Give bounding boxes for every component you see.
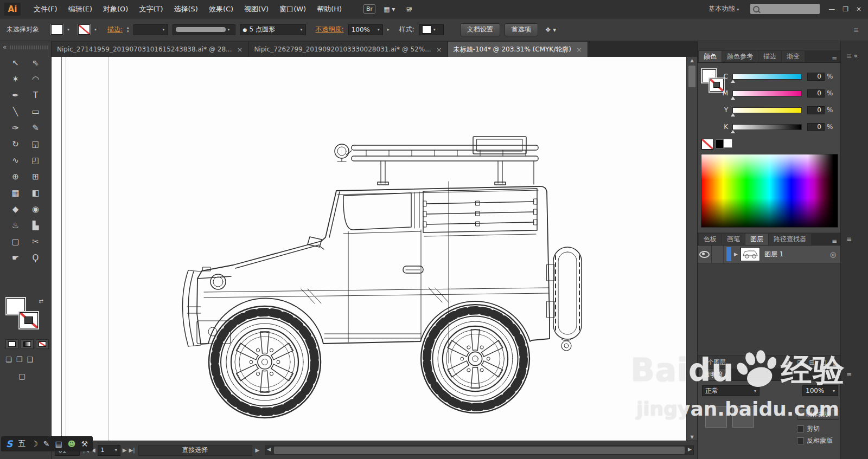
layer-name[interactable]: 图层 1 [764, 250, 783, 259]
line-segment-tool[interactable]: ╲ [7, 104, 24, 119]
panel-tab-gradient[interactable]: 渐变 [782, 51, 805, 62]
doc-tab-1[interactable]: Nipic_27141959_20190703101615243838.ai* … [52, 42, 248, 57]
canvas[interactable] [52, 57, 686, 441]
search-input[interactable] [750, 4, 820, 14]
direct-selection-tool[interactable]: ⇖ [27, 55, 44, 70]
panel-tab-transparency[interactable]: 透明度 [699, 369, 728, 380]
panel-menu-icon[interactable]: ≡ [832, 373, 840, 380]
blend-tool[interactable]: ◉ [27, 202, 44, 217]
horizontal-scrollbar[interactable]: ◀ ▶ [265, 445, 694, 455]
channel-slider[interactable] [732, 90, 802, 96]
blend-mode-select[interactable]: 正常 ▾ [702, 385, 760, 396]
doc-tab-3[interactable]: 未标题-104* @ 203.31% (CMYK/轮廓)× [448, 42, 588, 57]
panel-tab-pathfinder[interactable]: 路径查找器 [769, 234, 811, 245]
artboard-next-button[interactable]: ▶ [123, 447, 127, 453]
menu-view[interactable]: 视图(V) [244, 4, 269, 14]
menu-select[interactable]: 选择(S) [174, 4, 197, 14]
restore-button[interactable]: ❐ [843, 5, 848, 13]
artboard-select[interactable]: 1 ▾ [98, 445, 120, 456]
invert-mask-option[interactable]: 反相蒙版 [797, 436, 833, 445]
channel-value-input[interactable]: 0 [807, 123, 825, 131]
type-tool[interactable]: T [27, 88, 44, 103]
vertical-scrollbar[interactable]: ▲ ▼ [686, 57, 697, 441]
pencil-tool[interactable]: ✎ [27, 120, 44, 135]
zoom-tool[interactable]: Ϙ [27, 250, 44, 266]
opacity-input[interactable]: 100% ▾ [348, 24, 383, 35]
delete-layer-icon[interactable]: ▯ [832, 359, 836, 366]
close-button[interactable]: ✕ [856, 5, 861, 13]
menu-file[interactable]: 文件(F) [34, 4, 58, 14]
menu-effect[interactable]: 效果(C) [209, 4, 233, 14]
ime-toolbar[interactable]: S 五 ☽ ✎ ▤ ☻ ⚒ [1, 436, 93, 451]
rotate-tool[interactable]: ↻ [7, 137, 24, 152]
status-expand-icon[interactable]: ▶ [256, 447, 260, 453]
menu-window[interactable]: 窗口(W) [279, 4, 306, 14]
preferences-button[interactable]: 首选项 [505, 23, 538, 36]
panel-menu-icon[interactable]: ≡ [832, 237, 840, 245]
draw-normal-icon[interactable]: ❏ [5, 355, 12, 364]
fill-stroke-indicator[interactable]: ⇄ [7, 298, 44, 333]
slider-thumb-icon[interactable] [731, 96, 735, 100]
clip-option[interactable]: 剪切 [797, 424, 820, 434]
channel-slider[interactable] [732, 74, 802, 80]
hand-tool[interactable]: ☛ [7, 250, 24, 266]
layer-visibility-cell[interactable] [698, 245, 712, 263]
slice-tool[interactable]: ✂ [27, 234, 44, 249]
panel-menu-icon[interactable]: ≡ [846, 371, 852, 378]
panel-menu-icon[interactable]: ≡ « [846, 52, 858, 60]
ime-moon-icon[interactable]: ☽ [31, 439, 38, 448]
layer-target-icon[interactable]: ◎ [830, 250, 836, 258]
selection-tool[interactable]: ↖ [7, 55, 24, 70]
vertical-scroll-thumb[interactable] [688, 66, 695, 87]
slider-thumb-icon[interactable] [731, 113, 735, 117]
color-mode-button[interactable] [5, 339, 18, 349]
gradient-mode-button[interactable] [21, 339, 34, 349]
draw-behind-icon[interactable]: ❐ [16, 355, 23, 364]
stroke-dropdown-icon[interactable]: ▾ [94, 27, 97, 32]
menu-type[interactable]: 文字(T) [139, 4, 163, 14]
menu-help[interactable]: 帮助(H) [317, 4, 342, 14]
new-layer-icon[interactable]: ❏ [821, 359, 827, 366]
make-mask-button[interactable]: 制作蒙版 [797, 408, 839, 420]
cs-services-icon[interactable]: 🖳 [403, 4, 415, 14]
opacity-more-icon[interactable]: ▸ [387, 27, 390, 32]
width-tool[interactable]: ∿ [7, 153, 24, 168]
channel-slider[interactable] [732, 124, 802, 130]
style-select[interactable]: ▾ [419, 24, 444, 35]
slider-thumb-icon[interactable] [731, 80, 735, 83]
rectangle-tool[interactable]: ▭ [27, 104, 44, 119]
ime-user-icon[interactable]: ☻ [68, 439, 76, 448]
collapse-panel-icon[interactable]: « [3, 43, 7, 51]
pen-tool[interactable]: ✒ [7, 88, 24, 103]
invert-mask-checkbox[interactable] [797, 437, 804, 444]
ime-wrench-icon[interactable]: ⚒ [81, 439, 88, 448]
artboard-last-button[interactable]: ▶| [129, 447, 135, 453]
artboard-tool[interactable]: ▢ [7, 234, 24, 249]
channel-slider[interactable] [732, 107, 802, 113]
free-transform-tool[interactable]: ◰ [27, 153, 44, 168]
panel-grip[interactable] [10, 46, 48, 49]
perspective-grid-tool[interactable]: ⊞ [27, 169, 44, 184]
shape-builder-tool[interactable]: ⊕ [7, 169, 24, 184]
scale-tool[interactable]: ◱ [27, 137, 44, 152]
stroke-width-select[interactable]: ▾ [133, 24, 168, 35]
layer-lock-cell[interactable] [712, 245, 724, 263]
magic-wand-tool[interactable]: ✶ [7, 72, 24, 87]
panel-tab-color[interactable]: 颜色 [699, 51, 722, 62]
channel-value-input[interactable]: 0 [807, 106, 825, 114]
gradient-tool[interactable]: ◧ [27, 185, 44, 201]
workspace-switcher[interactable]: 基本功能 ▾ [706, 3, 742, 15]
channel-value-input[interactable]: 0 [807, 89, 825, 98]
artwork-offroad-vehicle-outline[interactable] [179, 134, 583, 424]
transparency-opacity-input[interactable]: 100% ▾ [802, 385, 838, 396]
ime-logo-icon[interactable]: S [6, 438, 12, 449]
fill-dropdown-icon[interactable]: ▾ [67, 27, 69, 32]
disclosure-triangle-icon[interactable]: ▶ [734, 251, 738, 257]
width-profile-select[interactable]: ▾ [173, 24, 235, 35]
scroll-left-icon[interactable]: ◀ [267, 447, 271, 452]
horizontal-scroll-thumb[interactable] [274, 447, 685, 454]
new-sublayer-icon[interactable]: ⊞ [809, 359, 815, 366]
scroll-down-icon[interactable]: ▼ [687, 435, 697, 439]
stroke-color-swatch[interactable] [20, 312, 38, 328]
scroll-up-icon[interactable]: ▲ [687, 58, 697, 63]
